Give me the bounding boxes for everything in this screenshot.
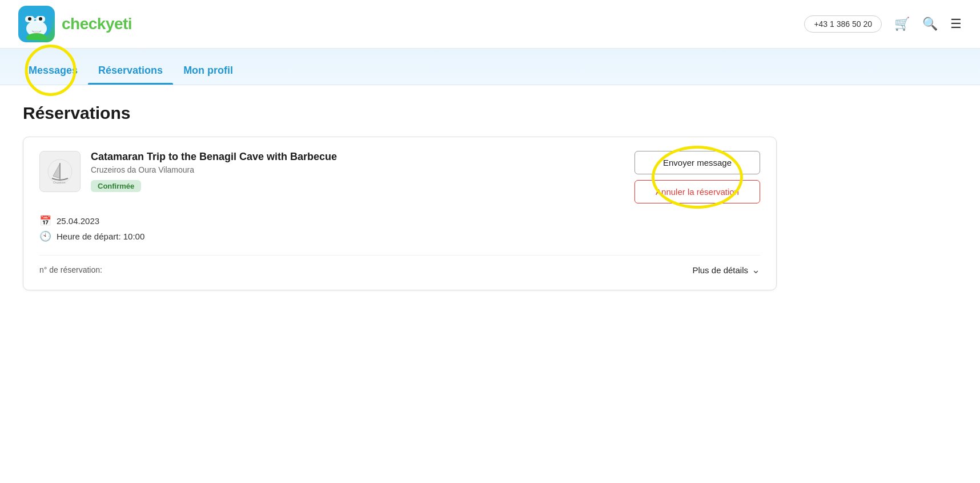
departure-row: 🕙 Heure de départ: 10:00 (39, 230, 760, 242)
departure-value: Heure de départ: 10:00 (57, 231, 144, 241)
svg-point-6 (39, 17, 42, 21)
calendar-icon: 📅 (39, 215, 51, 227)
search-icon[interactable]: 🔍 (922, 17, 938, 31)
activity-provider: Cruzeiros da Oura Vilamoura (91, 165, 634, 174)
activity-thumbnail: Cruzeiros (39, 151, 81, 192)
reservation-card: Cruzeiros Catamaran Trip to the Benagil … (23, 137, 777, 290)
card-top: Cruzeiros Catamaran Trip to the Benagil … (39, 151, 760, 203)
header-left: checkyeti (18, 6, 132, 42)
cancel-reservation-button[interactable]: Annuler la réservation (634, 180, 760, 203)
chevron-down-icon: ⌄ (752, 264, 760, 276)
tab-reservations[interactable]: Réservations (88, 55, 173, 85)
card-left: Cruzeiros Catamaran Trip to the Benagil … (39, 151, 634, 192)
svg-text:Cruzeiros: Cruzeiros (53, 181, 66, 184)
tab-messages[interactable]: Messages (18, 55, 88, 85)
clock-icon: 🕙 (39, 230, 51, 242)
svg-point-5 (28, 17, 31, 21)
page-title: Réservations (23, 103, 777, 123)
brand-logo[interactable] (18, 6, 55, 42)
phone-button[interactable]: +43 1 386 50 20 (804, 15, 882, 33)
card-actions: Envoyer message Annuler la réservation (634, 151, 760, 203)
date-row: 📅 25.04.2023 (39, 215, 760, 227)
card-details: 📅 25.04.2023 🕙 Heure de départ: 10:00 (39, 215, 760, 242)
header-right: +43 1 386 50 20 🛒 🔍 ☰ (804, 15, 962, 33)
reservation-number-label: n° de réservation: (39, 265, 102, 274)
status-badge: Confirmée (91, 180, 141, 192)
activity-title: Catamaran Trip to the Benagil Cave with … (91, 151, 634, 163)
tab-profile[interactable]: Mon profil (173, 55, 243, 85)
navigation-bar: Messages Réservations Mon profil (0, 49, 980, 85)
more-details-button[interactable]: Plus de détails ⌄ (692, 264, 760, 276)
cart-icon[interactable]: 🛒 (894, 17, 910, 31)
page-content: Réservations Cruzeiros (0, 85, 800, 309)
date-value: 25.04.2023 (57, 216, 99, 226)
card-footer: n° de réservation: Plus de détails ⌄ (39, 255, 760, 276)
header: checkyeti +43 1 386 50 20 🛒 🔍 ☰ (0, 0, 980, 49)
menu-icon[interactable]: ☰ (950, 17, 962, 31)
more-details-label: Plus de détails (692, 265, 748, 275)
brand-name: checkyeti (62, 15, 132, 33)
send-message-button[interactable]: Envoyer message (634, 151, 760, 174)
card-info: Catamaran Trip to the Benagil Cave with … (91, 151, 634, 192)
